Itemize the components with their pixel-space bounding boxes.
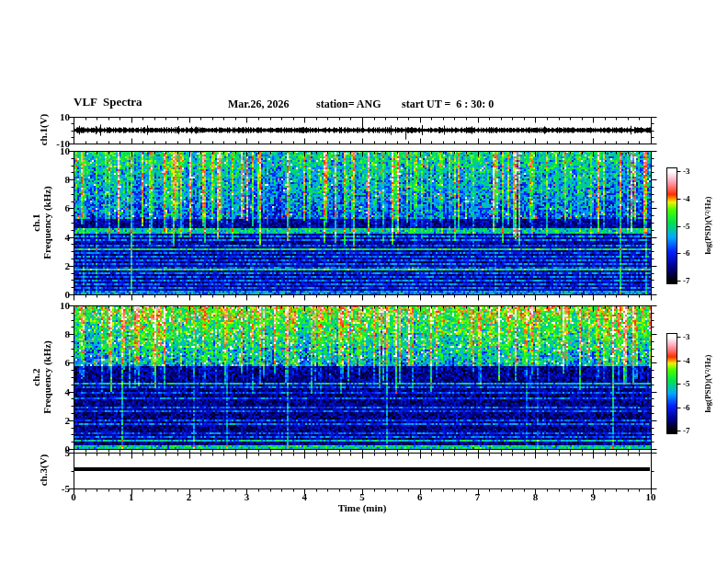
- colorbar-1-tick-label: -3: [683, 167, 690, 176]
- colorbar-2-tick-label: -7: [683, 426, 690, 435]
- ch1-freq-axis-title-line1: ch.1: [30, 186, 41, 259]
- time-tick-label: 5: [359, 491, 365, 502]
- time-axis-title: Time (min): [338, 502, 387, 513]
- colorbar-1-tick-label: -5: [683, 222, 690, 231]
- ch2-freq-axis-title-line2: Frequency (kHz): [41, 340, 52, 414]
- time-tick-label: 0: [71, 491, 76, 502]
- time-tick-label: 7: [475, 491, 481, 502]
- colorbar-1-tick-label: -7: [683, 276, 690, 285]
- time-tick-label: 10: [646, 491, 656, 502]
- ch1-volts-tick-label: 10: [60, 111, 70, 122]
- colorbar-2-title: log(PSD)(V²/Hz): [703, 354, 712, 412]
- ch3-volts-axis-title: ch.3(V): [38, 454, 49, 487]
- ch1-freq-tick-label: 0: [65, 289, 71, 300]
- ch2-freq-tick-label: 10: [60, 300, 70, 311]
- station-label: station= ANG: [316, 98, 381, 111]
- colorbar-1-title: log(PSD)(V²/Hz): [703, 196, 712, 254]
- colorbar-1-tick-label: -6: [683, 248, 690, 258]
- ch1-freq-tick-label: 8: [65, 174, 71, 185]
- date-label: Mar.26, 2026: [228, 98, 290, 111]
- ch1-volts-axis-title: ch.1(V): [38, 114, 49, 146]
- time-tick-label: 6: [417, 491, 423, 502]
- vlf-spectra-figure: VLF Spectra Mar.26, 2026 station= ANG st…: [0, 0, 728, 563]
- ch2-freq-tick-label: 2: [65, 415, 71, 426]
- ch2-freq-tick-label: 6: [65, 357, 71, 368]
- ch3-volts-tick-label: -5: [62, 483, 70, 494]
- colorbar-2-tick-label: -4: [683, 356, 690, 365]
- colorbar-2-tick-label: -6: [683, 403, 690, 412]
- ch1-freq-tick-label: 6: [65, 202, 71, 213]
- ch2-freq-axis-title-line1: ch.2: [30, 340, 41, 414]
- colorbar-2-tick-label: -5: [683, 379, 690, 388]
- time-tick-label: 2: [187, 491, 192, 502]
- start-ut-label: start UT = 6 : 30: 0: [402, 98, 494, 111]
- ch3-volts-tick-label: 5: [65, 447, 71, 458]
- axes-overlay-canvas: [0, 0, 728, 563]
- plot-title: VLF Spectra: [74, 95, 142, 109]
- time-tick-label: 3: [245, 491, 250, 502]
- colorbar-1-tick-label: -4: [683, 194, 690, 203]
- ch2-freq-tick-label: 4: [65, 386, 71, 397]
- ch1-freq-tick-label: 2: [65, 260, 71, 271]
- ch1-freq-tick-label: 4: [65, 232, 71, 243]
- time-tick-label: 1: [129, 491, 134, 502]
- ch2-freq-axis-title: ch.2 Frequency (kHz): [30, 340, 52, 414]
- time-tick-label: 4: [301, 491, 307, 502]
- ch1-freq-tick-label: 10: [60, 145, 70, 156]
- time-tick-label: 9: [590, 491, 596, 502]
- colorbar-2-tick-label: -3: [683, 332, 690, 341]
- time-tick-label: 8: [533, 491, 539, 502]
- ch1-freq-axis-title-line2: Frequency (kHz): [41, 186, 52, 259]
- ch1-freq-axis-title: ch.1 Frequency (kHz): [30, 186, 52, 259]
- ch2-freq-tick-label: 8: [65, 328, 71, 339]
